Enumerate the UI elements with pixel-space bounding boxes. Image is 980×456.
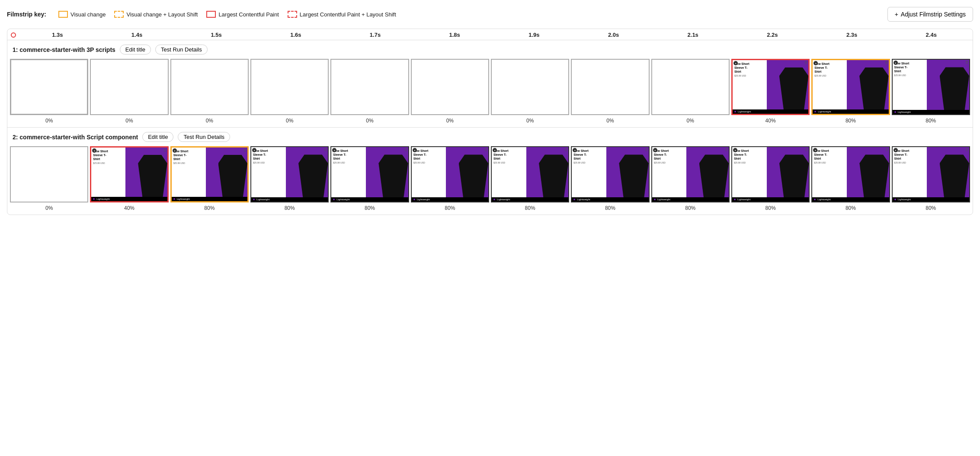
frame-wrapper-11: ● ☰ New ShortSleeve T-Shirt $25.99 USD L… xyxy=(891,145,971,203)
product-image-area xyxy=(606,147,649,197)
frame-menu-icon: ☰ xyxy=(243,148,247,152)
frame-image-7[interactable]: ● ☰ New ShortSleeve T-Shirt $25.99 USD L… xyxy=(571,146,649,202)
product-card: ● ☰ New ShortSleeve T-Shirt $25.99 USD L… xyxy=(172,148,247,201)
timeline-dot xyxy=(11,32,16,38)
product-image-area xyxy=(847,60,888,109)
frame-menu-icon: ☰ xyxy=(564,148,567,152)
frame-header-icons: ● xyxy=(573,148,577,152)
product-title: New ShortSleeve T-Shirt xyxy=(734,149,765,161)
frame-menu-icon: ☰ xyxy=(324,148,327,152)
frame-image-6[interactable]: ● ☰ New ShortSleeve T-Shirt $25.99 USD L… xyxy=(491,146,569,202)
frame-image-4[interactable]: ● ☰ New ShortSleeve T-Shirt $25.99 USD L… xyxy=(330,146,409,202)
product-card: ● ☰ New ShortSleeve T-Shirt $25.99 USD L… xyxy=(251,147,328,202)
product-bottom-label: Lightweight xyxy=(177,198,190,200)
percent-cell-0: 0% xyxy=(9,118,89,124)
frame-image-0[interactable] xyxy=(10,146,88,202)
product-bottom-dot xyxy=(493,199,495,200)
product-image-area xyxy=(446,147,488,197)
frame-image-10[interactable]: ● ☰ New ShortSleeve T-Shirt $25.99 USD L… xyxy=(811,59,890,115)
product-title: New ShortSleeve T-Shirt xyxy=(253,149,284,161)
frame-menu-icon: ☰ xyxy=(163,148,167,152)
product-bottom-dot xyxy=(253,199,255,200)
row2-percents: 0%40%80%80%80%80%80%80%80%80%80%80% xyxy=(7,203,973,215)
frame-image-0[interactable] xyxy=(10,59,88,115)
product-bottom-dot xyxy=(814,199,816,200)
product-card: ● ☰ New ShortSleeve T-Shirt $25.99 USD L… xyxy=(492,147,568,202)
product-bottom: Lightweight xyxy=(813,109,888,114)
frame-image-2[interactable]: ● ☰ New ShortSleeve T-Shirt $25.99 USD L… xyxy=(170,146,249,202)
frame-menu-icon: ☰ xyxy=(965,61,968,64)
product-top: New ShortSleeve T-Shirt $25.99 USD xyxy=(652,147,729,197)
product-price: $25.99 USD xyxy=(253,161,284,164)
frame-wrapper-2: ● ☰ New ShortSleeve T-Shirt $25.99 USD L… xyxy=(170,145,250,203)
frame-menu-icon: ☰ xyxy=(484,148,487,152)
product-price: $25.99 USD xyxy=(654,161,685,164)
timeline-tick-5: 1.8s xyxy=(415,32,494,38)
frame-image-5[interactable] xyxy=(411,59,489,115)
product-title: New ShortSleeve T-Shirt xyxy=(173,149,204,161)
product-top: New ShortSleeve T-Shirt $25.99 USD xyxy=(412,147,488,197)
frame-image-7[interactable] xyxy=(571,59,649,115)
legend-visual-change: Visual change xyxy=(58,11,106,18)
frame-circle-icon: ● xyxy=(653,148,657,152)
product-top: New ShortSleeve T-Shirt $25.99 USD xyxy=(331,147,408,197)
frame-image-1[interactable]: ● ☰ New ShortSleeve T-Shirt $25.99 USD L… xyxy=(90,146,168,202)
row2-test-run-button[interactable]: Test Run Details xyxy=(178,132,230,142)
product-price: $25.99 USD xyxy=(93,162,124,164)
product-image-area xyxy=(206,148,247,197)
frame-circle-icon: ● xyxy=(894,61,898,65)
frame-image-8[interactable]: ● ☰ New ShortSleeve T-Shirt $25.99 USD L… xyxy=(651,146,730,202)
product-bottom: Lightweight xyxy=(572,197,648,202)
row2-edit-title-button[interactable]: Edit title xyxy=(142,132,173,142)
frame-header-icons: ● xyxy=(413,148,417,152)
frame-cell-11: ● ☰ New ShortSleeve T-Shirt $25.99 USD L… xyxy=(891,58,971,116)
adjust-filmstrip-button[interactable]: + Adjust Filmstrip Settings xyxy=(887,7,973,22)
frame-circle-icon: ● xyxy=(813,61,818,65)
product-top: New ShortSleeve T-Shirt $25.99 USD xyxy=(893,147,969,197)
frame-cell-11: ● ☰ New ShortSleeve T-Shirt $25.99 USD L… xyxy=(891,145,971,203)
frame-cell-9: ● ☰ New ShortSleeve T-Shirt $25.99 USD L… xyxy=(730,58,810,116)
frame-image-9[interactable]: ● ☰ New ShortSleeve T-Shirt $25.99 USD L… xyxy=(731,59,810,115)
frame-image-10[interactable]: ● ☰ New ShortSleeve T-Shirt $25.99 USD L… xyxy=(811,146,890,202)
frame-image-8[interactable] xyxy=(651,59,730,115)
frame-wrapper-6 xyxy=(490,58,570,116)
product-bottom: Lightweight xyxy=(733,109,808,114)
frame-image-4[interactable] xyxy=(330,59,409,115)
legend-label-lcp-layout-shift: Largest Contentful Paint + Layout Shift xyxy=(300,11,396,18)
product-title: New ShortSleeve T-Shirt xyxy=(894,61,926,73)
product-bottom-label: Lightweight xyxy=(577,198,590,201)
frame-image-9[interactable]: ● ☰ New ShortSleeve T-Shirt $25.99 USD L… xyxy=(731,146,810,202)
frame-circle-icon: ● xyxy=(92,148,96,153)
frame-image-11[interactable]: ● ☰ New ShortSleeve T-Shirt $25.99 USD L… xyxy=(892,59,970,115)
frame-image-3[interactable]: ● ☰ New ShortSleeve T-Shirt $25.99 USD L… xyxy=(250,146,329,202)
product-bottom-label: Lightweight xyxy=(898,198,911,201)
frame-cell-8 xyxy=(650,58,730,116)
frame-wrapper-10: ● ☰ New ShortSleeve T-Shirt $25.99 USD L… xyxy=(810,58,890,116)
frame-image-6[interactable] xyxy=(491,59,569,115)
frame-menu-icon: ☰ xyxy=(404,148,407,152)
plus-icon: + xyxy=(895,11,898,18)
frame-image-1[interactable] xyxy=(90,59,168,115)
shirt-shape xyxy=(940,154,969,197)
row1-edit-title-button[interactable]: Edit title xyxy=(120,45,151,55)
frame-image-2[interactable] xyxy=(170,59,249,115)
timeline-tick-6: 1.9s xyxy=(494,32,574,38)
product-bottom-dot xyxy=(173,198,175,200)
frame-image-3[interactable] xyxy=(250,59,329,115)
product-card: ● ☰ New ShortSleeve T-Shirt $25.99 USD L… xyxy=(91,148,167,201)
frame-cell-8: ● ☰ New ShortSleeve T-Shirt $25.99 USD L… xyxy=(650,145,730,203)
product-info: New ShortSleeve T-Shirt $25.99 USD xyxy=(893,147,927,197)
frame-image-5[interactable]: ● ☰ New ShortSleeve T-Shirt $25.99 USD L… xyxy=(411,146,489,202)
timeline-tick-4: 1.7s xyxy=(336,32,415,38)
row1-test-run-button[interactable]: Test Run Details xyxy=(155,45,208,55)
frame-cell-6: ● ☰ New ShortSleeve T-Shirt $25.99 USD L… xyxy=(490,145,570,203)
percent-cell-0: 0% xyxy=(9,205,89,211)
frame-cell-4: ● ☰ New ShortSleeve T-Shirt $25.99 USD L… xyxy=(330,145,410,203)
product-bottom: Lightweight xyxy=(652,197,729,202)
frame-circle-icon: ● xyxy=(733,61,738,65)
product-card: ● ☰ New ShortSleeve T-Shirt $25.99 USD L… xyxy=(572,147,648,202)
product-title: New ShortSleeve T-Shirt xyxy=(413,149,445,161)
frame-image-11[interactable]: ● ☰ New ShortSleeve T-Shirt $25.99 USD L… xyxy=(892,146,970,202)
product-top: New ShortSleeve T-Shirt $25.99 USD xyxy=(91,148,167,197)
percent-cell-4: 80% xyxy=(330,205,410,211)
